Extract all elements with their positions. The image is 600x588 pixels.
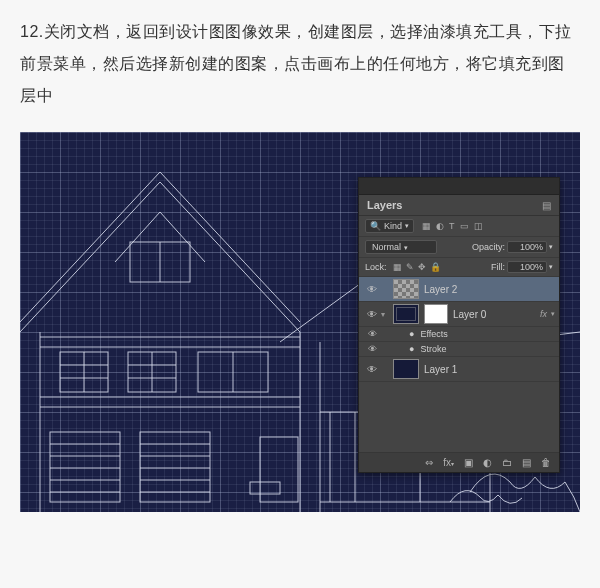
visibility-toggle-icon[interactable]: 👁 [363, 364, 381, 375]
panel-menu-icon[interactable]: ▤ [542, 200, 551, 211]
visibility-toggle-icon[interactable]: 👁 [363, 329, 381, 339]
layer-thumbnail[interactable] [393, 304, 419, 324]
screenshot-container: Layers ▤ 🔍Kind▾ ▦ ◐ T ▭ ◫ Normal ▾ Opaci… [20, 132, 580, 512]
panel-footer: ⇔ fx▾ ▣ ◐ 🗀 ▤ 🗑 [359, 452, 559, 472]
layer-row-layer0[interactable]: 👁 ▾ Layer 0 fx ▾ [359, 302, 559, 327]
opacity-label: Opacity: [472, 242, 505, 252]
panel-tabbar [359, 178, 559, 195]
filter-smart-icon[interactable]: ◫ [474, 221, 483, 231]
layer-thumbnail[interactable] [393, 279, 419, 299]
layer-thumbnail[interactable] [393, 359, 419, 379]
stroke-effect-row[interactable]: 👁 ●Stroke [359, 342, 559, 357]
instruction-text: 12.关闭文档，返回到设计图图像效果，创建图层，选择油漆填充工具，下拉前景菜单，… [20, 16, 580, 112]
layer-name: Layer 0 [453, 309, 486, 320]
expand-arrow-icon[interactable]: ▾ [381, 310, 393, 319]
fx-badge[interactable]: fx [540, 309, 547, 319]
visibility-toggle-icon[interactable]: 👁 [363, 284, 381, 295]
filter-adjust-icon[interactable]: ◐ [436, 221, 444, 231]
lock-position-icon[interactable]: ✥ [418, 262, 426, 272]
visibility-toggle-icon[interactable]: 👁 [363, 309, 381, 320]
lock-label: Lock: [365, 262, 387, 272]
svg-rect-37 [260, 437, 298, 502]
visibility-toggle-icon[interactable]: 👁 [363, 344, 381, 354]
filter-type-icon[interactable]: T [449, 221, 455, 231]
fx-dropdown-icon[interactable]: ▾ [551, 310, 555, 318]
link-layers-icon[interactable]: ⇔ [425, 457, 433, 468]
opacity-input[interactable]: 100% [507, 241, 547, 253]
fill-dropdown-icon[interactable]: ▾ [549, 263, 553, 271]
layer-row-layer1[interactable]: 👁 Layer 1 [359, 357, 559, 382]
lock-row: Lock: ▦ ✎ ✥ 🔒 Fill: 100% ▾ [359, 258, 559, 277]
stroke-label: Stroke [420, 344, 446, 354]
layers-list: 👁 Layer 2 👁 ▾ Layer 0 fx ▾ 👁 ●Effects [359, 277, 559, 452]
filter-kind-select[interactable]: 🔍Kind▾ [365, 219, 414, 233]
layer-name: Layer 2 [424, 284, 457, 295]
blend-mode-select[interactable]: Normal ▾ [365, 240, 437, 254]
trash-icon[interactable]: 🗑 [541, 457, 551, 468]
fill-input[interactable]: 100% [507, 261, 547, 273]
panel-title: Layers [367, 199, 402, 211]
svg-rect-38 [250, 482, 280, 494]
blend-row: Normal ▾ Opacity: 100% ▾ [359, 237, 559, 258]
filter-row: 🔍Kind▾ ▦ ◐ T ▭ ◫ [359, 216, 559, 237]
fx-menu-icon[interactable]: fx▾ [443, 457, 454, 468]
layer-mask-icon[interactable]: ▣ [464, 457, 473, 468]
filter-shape-icon[interactable]: ▭ [460, 221, 469, 231]
effects-label: Effects [420, 329, 447, 339]
new-layer-icon[interactable]: ▤ [522, 457, 531, 468]
lock-transparency-icon[interactable]: ▦ [393, 262, 402, 272]
filter-pixel-icon[interactable]: ▦ [422, 221, 431, 231]
adjustment-layer-icon[interactable]: ◐ [483, 457, 492, 468]
layer-row-layer2[interactable]: 👁 Layer 2 [359, 277, 559, 302]
opacity-dropdown-icon[interactable]: ▾ [549, 243, 553, 251]
lock-all-icon[interactable]: 🔒 [430, 262, 441, 272]
layers-panel: Layers ▤ 🔍Kind▾ ▦ ◐ T ▭ ◫ Normal ▾ Opaci… [358, 177, 560, 473]
group-icon[interactable]: 🗀 [502, 457, 512, 468]
layer-mask-thumbnail[interactable] [424, 304, 448, 324]
layer-name: Layer 1 [424, 364, 457, 375]
effects-row[interactable]: 👁 ●Effects [359, 327, 559, 342]
layers-empty-area [359, 382, 559, 452]
lock-pixels-icon[interactable]: ✎ [406, 262, 414, 272]
fill-label: Fill: [491, 262, 505, 272]
